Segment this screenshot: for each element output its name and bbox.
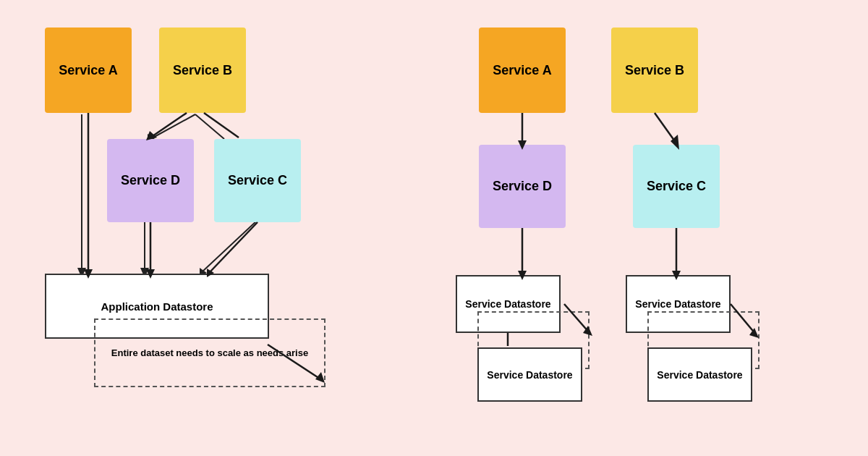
svg-line-15 (204, 113, 239, 138)
svg-line-7 (203, 221, 257, 271)
right-datastore-c2: Service Datastore (647, 347, 752, 402)
left-service-b: Service B (159, 28, 246, 113)
svg-line-11 (150, 113, 187, 138)
svg-line-6 (195, 114, 224, 139)
left-service-a: Service A (45, 28, 132, 113)
right-service-c: Service C (633, 145, 720, 228)
right-datastore-d2: Service Datastore (477, 347, 582, 402)
left-dashed-note: Entire dataset needs to scale as needs a… (94, 318, 326, 387)
right-service-a: Service A (479, 28, 566, 113)
left-diagram: Service A Service B Service D Service C … (0, 0, 434, 456)
right-service-b: Service B (611, 28, 698, 113)
svg-line-26 (655, 113, 676, 143)
svg-line-2 (150, 114, 195, 139)
left-service-d: Service D (107, 139, 194, 222)
right-diagram: Service A Service B Service D Service C … (434, 0, 868, 456)
diagram: Service A Service B Service D Service C … (0, 0, 868, 456)
svg-line-16 (210, 222, 258, 272)
right-service-d: Service D (479, 145, 566, 228)
left-service-c: Service C (214, 139, 301, 222)
